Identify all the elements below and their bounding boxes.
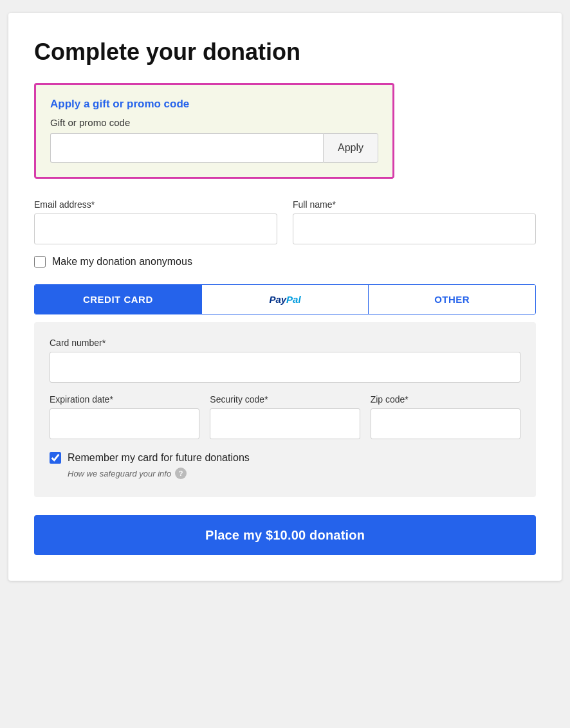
remember-checkbox[interactable] xyxy=(50,452,61,464)
page-title: Complete your donation xyxy=(34,39,536,65)
security-field-group: Security code* xyxy=(210,394,360,439)
promo-label: Gift or promo code xyxy=(50,117,378,128)
zip-input[interactable] xyxy=(371,408,520,439)
safeguard-row: How we safeguard your info ? xyxy=(50,468,520,479)
promo-input-row: Apply xyxy=(50,133,378,163)
donate-button[interactable]: Place my $10.00 donation xyxy=(34,515,536,555)
zip-label: Zip code* xyxy=(371,394,520,405)
tab-paypal-label: PayPal xyxy=(269,294,300,305)
card-number-group: Card number* xyxy=(50,338,520,394)
promo-code-input[interactable] xyxy=(50,133,323,163)
fullname-input[interactable] xyxy=(293,214,536,244)
credit-card-panel: Card number* Expiration date* Security c… xyxy=(34,322,536,497)
card-number-input[interactable] xyxy=(50,352,520,383)
zip-field-group: Zip code* xyxy=(371,394,520,439)
card-number-label: Card number* xyxy=(50,338,520,348)
help-icon[interactable]: ? xyxy=(175,468,187,479)
expiration-field-group: Expiration date* xyxy=(50,394,199,439)
anonymous-row: Make my donation anonymous xyxy=(34,256,536,268)
tab-credit-card-label: CREDIT CARD xyxy=(83,294,153,305)
apply-promo-button[interactable]: Apply xyxy=(323,133,378,163)
tab-other-label: OTHER xyxy=(434,294,470,305)
safeguard-text: How we safeguard your info xyxy=(68,469,171,478)
anonymous-label: Make my donation anonymous xyxy=(52,256,192,268)
remember-label: Remember my card for future donations xyxy=(68,452,250,464)
fullname-label: Full name* xyxy=(293,199,536,210)
expiration-label: Expiration date* xyxy=(50,394,199,405)
promo-section: Apply a gift or promo code Gift or promo… xyxy=(34,83,394,179)
security-input[interactable] xyxy=(210,408,360,439)
email-field-group: Email address* xyxy=(34,199,277,244)
name-email-row: Email address* Full name* xyxy=(34,199,536,244)
promo-title: Apply a gift or promo code xyxy=(50,98,378,111)
remember-row: Remember my card for future donations xyxy=(50,452,520,464)
anonymous-checkbox[interactable] xyxy=(34,256,46,268)
fullname-field-group: Full name* xyxy=(293,199,536,244)
tab-credit-card[interactable]: CREDIT CARD xyxy=(35,285,201,314)
tab-paypal[interactable]: PayPal xyxy=(201,285,369,314)
email-label: Email address* xyxy=(34,199,277,210)
donation-form-container: Complete your donation Apply a gift or p… xyxy=(8,13,562,581)
card-sub-fields-row: Expiration date* Security code* Zip code… xyxy=(50,394,520,439)
email-input[interactable] xyxy=(34,214,277,244)
security-label: Security code* xyxy=(210,394,360,405)
tab-other[interactable]: OTHER xyxy=(369,285,535,314)
payment-tabs: CREDIT CARD PayPal OTHER xyxy=(34,284,536,314)
expiration-input[interactable] xyxy=(50,408,199,439)
